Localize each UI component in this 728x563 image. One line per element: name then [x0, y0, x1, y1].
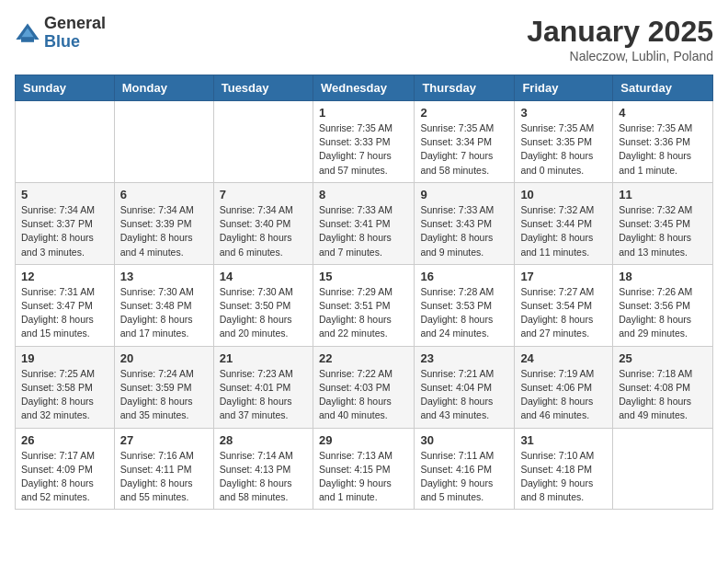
- calendar-cell: 26Sunrise: 7:17 AM Sunset: 4:09 PM Dayli…: [16, 428, 115, 510]
- day-info: Sunrise: 7:35 AM Sunset: 3:33 PM Dayligh…: [319, 121, 408, 178]
- day-number: 25: [619, 351, 707, 365]
- calendar-cell: [16, 101, 115, 183]
- day-number: 28: [220, 433, 307, 447]
- calendar-cell: 5Sunrise: 7:34 AM Sunset: 3:37 PM Daylig…: [16, 182, 115, 264]
- day-info: Sunrise: 7:13 AM Sunset: 4:15 PM Dayligh…: [319, 449, 408, 505]
- day-number: 17: [520, 270, 607, 283]
- calendar-cell: 1Sunrise: 7:35 AM Sunset: 3:33 PM Daylig…: [313, 101, 414, 183]
- calendar-cell: 2Sunrise: 7:35 AM Sunset: 3:34 PM Daylig…: [415, 101, 515, 183]
- calendar-cell: 21Sunrise: 7:23 AM Sunset: 4:01 PM Dayli…: [213, 346, 313, 428]
- calendar-week-row: 5Sunrise: 7:34 AM Sunset: 3:37 PM Daylig…: [16, 182, 713, 264]
- day-number: 18: [619, 270, 707, 283]
- calendar-cell: 22Sunrise: 7:22 AM Sunset: 4:03 PM Dayli…: [313, 346, 414, 428]
- day-info: Sunrise: 7:30 AM Sunset: 3:48 PM Dayligh…: [120, 285, 208, 341]
- weekday-header: Thursday: [415, 75, 515, 101]
- day-number: 7: [220, 188, 307, 201]
- day-info: Sunrise: 7:11 AM Sunset: 4:16 PM Dayligh…: [420, 449, 508, 505]
- day-number: 15: [319, 270, 408, 283]
- day-info: Sunrise: 7:29 AM Sunset: 3:51 PM Dayligh…: [319, 285, 408, 341]
- day-info: Sunrise: 7:23 AM Sunset: 4:01 PM Dayligh…: [220, 367, 307, 423]
- day-info: Sunrise: 7:27 AM Sunset: 3:54 PM Dayligh…: [520, 285, 607, 341]
- weekday-header: Monday: [114, 75, 213, 101]
- calendar-cell: 17Sunrise: 7:27 AM Sunset: 3:54 PM Dayli…: [515, 264, 613, 346]
- day-number: 24: [520, 351, 607, 365]
- day-number: 10: [520, 188, 607, 201]
- day-number: 12: [21, 270, 108, 283]
- day-info: Sunrise: 7:22 AM Sunset: 4:03 PM Dayligh…: [319, 367, 408, 423]
- day-info: Sunrise: 7:35 AM Sunset: 3:35 PM Dayligh…: [520, 121, 607, 178]
- calendar-cell: 15Sunrise: 7:29 AM Sunset: 3:51 PM Dayli…: [313, 264, 414, 346]
- day-info: Sunrise: 7:17 AM Sunset: 4:09 PM Dayligh…: [21, 449, 108, 505]
- calendar-cell: [114, 101, 213, 183]
- day-number: 1: [319, 106, 408, 120]
- day-info: Sunrise: 7:16 AM Sunset: 4:11 PM Dayligh…: [120, 449, 208, 505]
- calendar-cell: 13Sunrise: 7:30 AM Sunset: 3:48 PM Dayli…: [114, 264, 213, 346]
- calendar-table: SundayMondayTuesdayWednesdayThursdayFrid…: [15, 75, 713, 510]
- day-number: 26: [21, 433, 108, 447]
- day-info: Sunrise: 7:14 AM Sunset: 4:13 PM Dayligh…: [220, 449, 307, 505]
- day-info: Sunrise: 7:19 AM Sunset: 4:06 PM Dayligh…: [520, 367, 607, 423]
- day-info: Sunrise: 7:32 AM Sunset: 3:44 PM Dayligh…: [520, 203, 607, 259]
- day-info: Sunrise: 7:24 AM Sunset: 3:59 PM Dayligh…: [120, 367, 208, 423]
- day-number: 19: [21, 351, 108, 365]
- day-number: 5: [21, 188, 108, 201]
- day-info: Sunrise: 7:31 AM Sunset: 3:47 PM Dayligh…: [21, 285, 108, 341]
- calendar-cell: 19Sunrise: 7:25 AM Sunset: 3:58 PM Dayli…: [16, 346, 115, 428]
- calendar-week-row: 12Sunrise: 7:31 AM Sunset: 3:47 PM Dayli…: [16, 264, 713, 346]
- calendar-cell: 8Sunrise: 7:33 AM Sunset: 3:41 PM Daylig…: [313, 182, 414, 264]
- svg-rect-2: [21, 37, 34, 42]
- calendar-cell: 27Sunrise: 7:16 AM Sunset: 4:11 PM Dayli…: [114, 428, 213, 510]
- weekday-header: Sunday: [16, 75, 115, 101]
- day-info: Sunrise: 7:26 AM Sunset: 3:56 PM Dayligh…: [619, 285, 707, 341]
- day-info: Sunrise: 7:25 AM Sunset: 3:58 PM Dayligh…: [21, 367, 108, 423]
- calendar-cell: 11Sunrise: 7:32 AM Sunset: 3:45 PM Dayli…: [613, 182, 713, 264]
- day-number: 29: [319, 433, 408, 447]
- logo-text: General Blue: [44, 15, 106, 52]
- calendar-cell: [613, 428, 713, 510]
- weekday-header: Wednesday: [313, 75, 414, 101]
- day-number: 9: [420, 188, 508, 201]
- day-number: 11: [619, 188, 707, 201]
- day-info: Sunrise: 7:10 AM Sunset: 4:18 PM Dayligh…: [520, 449, 607, 505]
- day-info: Sunrise: 7:28 AM Sunset: 3:53 PM Dayligh…: [420, 285, 508, 341]
- calendar-cell: 30Sunrise: 7:11 AM Sunset: 4:16 PM Dayli…: [415, 428, 515, 510]
- calendar-cell: 25Sunrise: 7:18 AM Sunset: 4:08 PM Dayli…: [613, 346, 713, 428]
- weekday-header: Friday: [515, 75, 613, 101]
- day-number: 2: [420, 106, 508, 120]
- logo-blue-text: Blue: [44, 33, 106, 52]
- weekday-header: Tuesday: [213, 75, 313, 101]
- logo-general-text: General: [44, 15, 106, 33]
- day-number: 22: [319, 351, 408, 365]
- day-number: 31: [520, 433, 607, 447]
- calendar-cell: 12Sunrise: 7:31 AM Sunset: 3:47 PM Dayli…: [16, 264, 115, 346]
- calendar-week-row: 1Sunrise: 7:35 AM Sunset: 3:33 PM Daylig…: [16, 101, 713, 183]
- day-info: Sunrise: 7:30 AM Sunset: 3:50 PM Dayligh…: [220, 285, 307, 341]
- calendar-week-row: 19Sunrise: 7:25 AM Sunset: 3:58 PM Dayli…: [16, 346, 713, 428]
- day-number: 30: [420, 433, 508, 447]
- day-number: 13: [120, 270, 208, 283]
- calendar-cell: 28Sunrise: 7:14 AM Sunset: 4:13 PM Dayli…: [213, 428, 313, 510]
- day-info: Sunrise: 7:34 AM Sunset: 3:39 PM Dayligh…: [120, 203, 208, 259]
- logo-icon: [15, 20, 40, 46]
- day-info: Sunrise: 7:34 AM Sunset: 3:37 PM Dayligh…: [21, 203, 108, 259]
- weekday-header: Saturday: [613, 75, 713, 101]
- day-info: Sunrise: 7:33 AM Sunset: 3:43 PM Dayligh…: [420, 203, 508, 259]
- page-header: General Blue January 2025 Naleczow, Lubl…: [15, 15, 713, 63]
- day-number: 27: [120, 433, 208, 447]
- day-info: Sunrise: 7:33 AM Sunset: 3:41 PM Dayligh…: [319, 203, 408, 259]
- calendar-cell: 7Sunrise: 7:34 AM Sunset: 3:40 PM Daylig…: [213, 182, 313, 264]
- calendar-cell: 6Sunrise: 7:34 AM Sunset: 3:39 PM Daylig…: [114, 182, 213, 264]
- title-area: January 2025 Naleczow, Lublin, Poland: [527, 15, 713, 63]
- day-info: Sunrise: 7:21 AM Sunset: 4:04 PM Dayligh…: [420, 367, 508, 423]
- day-number: 14: [220, 270, 307, 283]
- month-title: January 2025: [527, 15, 713, 49]
- location: Naleczow, Lublin, Poland: [527, 49, 713, 63]
- calendar-cell: 24Sunrise: 7:19 AM Sunset: 4:06 PM Dayli…: [515, 346, 613, 428]
- day-number: 6: [120, 188, 208, 201]
- calendar-cell: 4Sunrise: 7:35 AM Sunset: 3:36 PM Daylig…: [613, 101, 713, 183]
- calendar-cell: 14Sunrise: 7:30 AM Sunset: 3:50 PM Dayli…: [213, 264, 313, 346]
- calendar-cell: 9Sunrise: 7:33 AM Sunset: 3:43 PM Daylig…: [415, 182, 515, 264]
- day-number: 23: [420, 351, 508, 365]
- day-number: 8: [319, 188, 408, 201]
- day-number: 20: [120, 351, 208, 365]
